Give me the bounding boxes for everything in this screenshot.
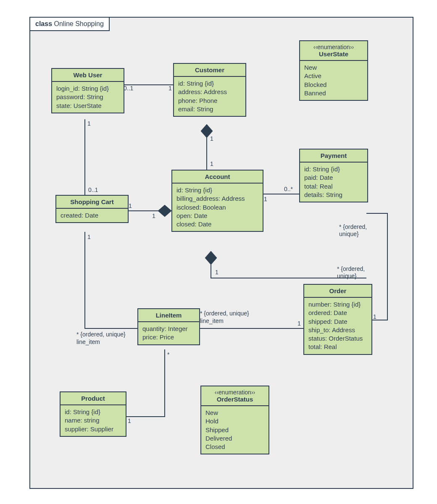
class-title: Order — [304, 285, 371, 298]
attr-line: Hold — [205, 417, 264, 425]
class-body: number: String {id}ordered: Dateshipped:… — [304, 298, 371, 354]
attr-line: shipped: Date — [308, 318, 367, 326]
mult-payment-order-top: * {ordered, unique} — [339, 223, 367, 238]
role-cart-lineitem: line_item — [76, 339, 100, 346]
class-title: Customer — [174, 64, 245, 77]
class-customer: Customer id: String {id}address: Address… — [173, 63, 246, 117]
attr-line: status: OrderStatus — [308, 334, 367, 343]
attr-line: address: Address — [178, 88, 241, 96]
class-title: LineItem — [138, 309, 199, 322]
class-title: Account — [172, 171, 263, 184]
attr-line: ordered: Date — [308, 309, 367, 317]
attr-line: Active — [304, 72, 363, 80]
attr-line: paid: Date — [304, 173, 363, 182]
attr-line: total: Real — [304, 182, 363, 191]
enum-name: UserState — [319, 50, 348, 58]
mult-account-order-right: * {ordered, unique} — [337, 265, 365, 280]
attr-line: quantity: Integer — [142, 325, 195, 333]
diagram-frame: class Online Shopping — [29, 17, 413, 489]
class-title: ‹‹enumeration›› UserState — [300, 41, 367, 61]
attr-line: total: Real — [308, 343, 367, 351]
mult-account-order-left: 1 — [215, 269, 218, 276]
mult-order-lineitem-left: * {ordered, unique} — [200, 310, 249, 317]
attr-line: Closed — [205, 443, 264, 451]
attr-line: name: string — [65, 416, 121, 425]
class-web-user: Web User login_id: String {id}password: … — [51, 68, 124, 113]
mult-account-payment-left: 1 — [264, 196, 267, 203]
attr-line: supplier: Supplier — [65, 425, 121, 433]
attr-line: price: Price — [142, 333, 195, 341]
attr-line: closed: Date — [176, 220, 258, 228]
class-body: id: String {id}address: Addressphone: Ph… — [174, 77, 245, 116]
attr-line: Shipped — [205, 426, 264, 434]
class-body: NewActiveBlockedBanned — [300, 61, 367, 100]
attr-line: isclosed: Boolean — [176, 203, 258, 212]
enum-user-state: ‹‹enumeration›› UserState NewActiveBlock… — [299, 40, 368, 101]
mult-lineitem-product-top: * — [167, 351, 169, 358]
svg-marker-5 — [158, 205, 171, 217]
mult-cart-account-right: 1 — [152, 213, 155, 220]
attr-line: password: String — [56, 93, 119, 101]
class-line-item: LineItem quantity: Integerprice: Price — [137, 308, 200, 345]
mult-cart-account-left: 1 — [129, 202, 132, 210]
mult-payment-order-bottom: 1 — [373, 313, 376, 320]
attr-line: id: String {id} — [304, 165, 363, 173]
attr-line: id: String {id} — [65, 408, 121, 416]
mult-customer-account-bottom: 1 — [210, 160, 213, 168]
mult-cart-lineitem-top: 1 — [87, 234, 91, 241]
diagram-stage: class Online Shopping — [0, 0, 437, 504]
frame-title-text: Online Shopping — [54, 20, 104, 27]
class-account: Account id: String {id}billing_address: … — [171, 170, 263, 232]
attr-line: number: String {id} — [308, 300, 367, 309]
enum-name: OrderStatus — [217, 396, 253, 403]
stereotype: ‹‹enumeration›› — [205, 389, 265, 396]
frame-title: class Online Shopping — [29, 17, 110, 31]
class-title: Web User — [52, 69, 124, 82]
attr-line: New — [205, 409, 264, 417]
attr-line: email: String — [178, 105, 241, 113]
class-order: Order number: String {id}ordered: Datesh… — [303, 284, 372, 355]
mult-cart-lineitem-bottom: * {ordered, unique} — [76, 331, 126, 338]
attr-line: Delivered — [205, 434, 264, 443]
mult-account-payment-right: 0..* — [284, 186, 293, 193]
attr-line: phone: Phone — [178, 97, 241, 105]
class-body: id: String {id}billing_address: Addressi… — [172, 184, 263, 231]
mult-customer-account-top: 1 — [210, 135, 213, 142]
class-shopping-cart: Shopping Cart created: Date — [55, 195, 129, 223]
class-body: id: String {id}name: stringsupplier: Sup… — [61, 405, 126, 436]
mult-order-lineitem-right: 1 — [297, 320, 301, 327]
class-body: quantity: Integerprice: Price — [138, 322, 199, 344]
attr-line: open: Date — [176, 212, 258, 220]
mult-lineitem-product-bottom: 1 — [128, 417, 131, 425]
attr-line: Banned — [304, 89, 363, 97]
attr-line: Blocked — [304, 81, 363, 89]
class-payment: Payment id: String {id}paid: Datetotal: … — [299, 149, 368, 202]
attr-line: created: Date — [61, 211, 124, 220]
class-body: created: Date — [56, 209, 128, 222]
attr-line: state: UserState — [56, 102, 119, 110]
role-order-lineitem: line_item — [200, 318, 224, 325]
class-title: Payment — [300, 150, 367, 163]
svg-marker-7 — [205, 251, 217, 265]
attr-line: id: String {id} — [176, 186, 258, 194]
mult-webuser-cart-top: 1 — [87, 120, 91, 127]
mult-webuser-customer-left: 0..1 — [124, 85, 133, 92]
mult-webuser-customer-right: 1 — [168, 85, 172, 92]
mult-webuser-cart-bottom: 0..1 — [88, 186, 98, 194]
frame-title-prefix: class — [35, 20, 52, 27]
attr-line: id: String {id} — [178, 79, 241, 88]
class-body: NewHoldShippedDeliveredClosed — [201, 406, 269, 454]
class-body: id: String {id}paid: Datetotal: Realdeta… — [300, 163, 367, 202]
attr-line: New — [304, 63, 363, 72]
class-body: login_id: String {id}password: Stringsta… — [52, 82, 124, 113]
class-title: ‹‹enumeration›› OrderStatus — [201, 386, 269, 406]
attr-line: billing_address: Address — [176, 194, 258, 203]
attr-line: ship_to: Address — [308, 326, 367, 334]
attr-line: details: String — [304, 191, 363, 199]
enum-order-status: ‹‹enumeration›› OrderStatus NewHoldShipp… — [200, 386, 269, 454]
stereotype: ‹‹enumeration›› — [303, 44, 364, 50]
attr-line: login_id: String {id} — [56, 84, 119, 93]
class-product: Product id: String {id}name: stringsuppl… — [60, 391, 126, 437]
class-title: Product — [61, 392, 126, 405]
class-title: Shopping Cart — [56, 196, 128, 209]
